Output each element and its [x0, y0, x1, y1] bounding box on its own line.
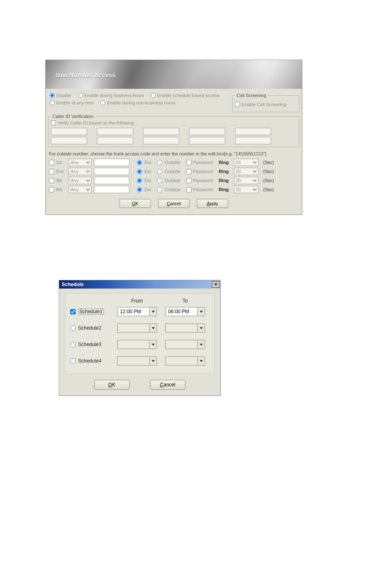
schedule-ok-button[interactable]: OK	[94, 380, 129, 390]
close-button[interactable]: ✕	[212, 281, 219, 288]
radio-ext[interactable]	[137, 187, 142, 192]
schedule-titlebar[interactable]: Schedule ✕	[59, 280, 220, 289]
caller-id-field[interactable]	[97, 137, 133, 144]
to-time-value[interactable]: 06:00 PM	[165, 307, 198, 316]
radio-outside[interactable]	[157, 169, 162, 174]
caller-id-field[interactable]	[97, 128, 133, 135]
radio-nonbusiness[interactable]	[100, 100, 105, 105]
caller-id-field[interactable]	[51, 137, 87, 144]
password-option[interactable]: Password	[186, 187, 213, 192]
to-time-dropdown[interactable]	[198, 356, 205, 365]
password-option[interactable]: Password	[186, 169, 213, 174]
password-option[interactable]: Password	[186, 160, 213, 165]
radio-schedule[interactable]	[151, 93, 156, 98]
schedule-enable[interactable]: Schedule1	[70, 308, 113, 315]
to-time-dropdown[interactable]	[198, 307, 205, 316]
from-time-dropdown[interactable]	[150, 340, 157, 349]
checkbox-forward-row[interactable]	[49, 160, 54, 165]
checkbox-schedule[interactable]	[70, 342, 76, 347]
radio-outside[interactable]	[157, 187, 162, 192]
schedule-enable[interactable]: Schedule4	[70, 358, 113, 364]
trunk-select[interactable]: Any	[69, 177, 92, 184]
from-time-dropdown[interactable]	[150, 324, 157, 333]
from-time-value[interactable]: 12:00 PM	[117, 307, 150, 316]
to-time-dropdown[interactable]	[198, 340, 205, 349]
number-input[interactable]	[94, 186, 129, 193]
radio-business[interactable]	[78, 93, 83, 98]
to-time[interactable]: 06:00 PM	[165, 307, 205, 316]
checkbox-schedule[interactable]	[70, 326, 76, 331]
caller-id-field[interactable]	[235, 137, 271, 144]
caller-id-field[interactable]	[235, 128, 271, 135]
schedule-enable[interactable]: Schedule2	[70, 325, 113, 331]
ring-select[interactable]: 20	[234, 159, 258, 166]
ok-button[interactable]: OK	[120, 199, 151, 208]
to-time[interactable]	[165, 356, 205, 365]
ring-select[interactable]: 20	[234, 168, 258, 175]
from-time-value[interactable]	[117, 356, 150, 365]
from-time[interactable]: 12:00 PM	[117, 307, 157, 316]
forward-row-enable[interactable]: 1st	[49, 160, 66, 165]
trunk-select[interactable]: Any	[69, 168, 92, 175]
number-input[interactable]	[94, 177, 129, 184]
schedule-title-text: Schedule	[62, 282, 83, 287]
option-business-hours[interactable]: Enable during business hours	[78, 93, 144, 98]
forward-row-enable[interactable]: 3th	[49, 178, 66, 183]
checkbox-forward-row[interactable]	[49, 178, 54, 183]
schedule-enable[interactable]: Schedule3	[70, 342, 113, 347]
caller-id-field[interactable]	[143, 137, 179, 144]
to-time-value[interactable]	[165, 340, 198, 349]
checkbox-schedule[interactable]	[70, 358, 76, 364]
checkbox-forward-row[interactable]	[49, 187, 54, 192]
checkbox-verify-caller-id[interactable]	[51, 120, 56, 125]
to-time-value[interactable]	[165, 324, 198, 333]
radio-disable[interactable]	[50, 93, 55, 98]
ring-select[interactable]: 20	[234, 186, 258, 193]
enable-call-screening[interactable]: Enable Call Screening	[235, 102, 297, 107]
checkbox-schedule[interactable]	[70, 309, 76, 314]
radio-outside[interactable]	[157, 178, 162, 183]
to-time-dropdown[interactable]	[198, 324, 205, 333]
radio-ext[interactable]	[137, 169, 142, 174]
from-time-value[interactable]	[117, 340, 150, 349]
password-option[interactable]: Password	[186, 178, 213, 183]
checkbox-password[interactable]	[186, 169, 191, 174]
checkbox-call-screening[interactable]	[235, 102, 240, 107]
from-time-value[interactable]	[117, 324, 150, 333]
number-input[interactable]	[94, 159, 129, 166]
apply-button[interactable]: Apply	[197, 199, 228, 208]
from-time-dropdown[interactable]	[150, 307, 157, 316]
to-time[interactable]	[165, 324, 205, 333]
to-time[interactable]	[165, 340, 205, 349]
verify-caller-id[interactable]: Verify Caller ID based on the following	[51, 120, 290, 125]
radio-ext[interactable]	[137, 178, 142, 183]
from-time[interactable]	[117, 356, 157, 365]
caller-id-field[interactable]	[143, 128, 179, 135]
checkbox-password[interactable]	[186, 187, 191, 192]
radio-ext[interactable]	[137, 160, 142, 165]
from-time[interactable]	[117, 324, 157, 333]
caller-id-field[interactable]	[51, 128, 87, 135]
checkbox-password[interactable]	[186, 160, 191, 165]
forward-row-enable[interactable]: 2nd	[49, 169, 66, 174]
number-input[interactable]	[94, 168, 129, 175]
schedule-cancel-button[interactable]: Cancel	[150, 380, 185, 390]
option-nonbusiness[interactable]: Enable during non-business hours	[100, 100, 175, 105]
checkbox-forward-row[interactable]	[49, 169, 54, 174]
to-time-value[interactable]	[165, 356, 198, 365]
option-anytime[interactable]: Enable at any time	[50, 100, 94, 105]
checkbox-password[interactable]	[186, 178, 191, 183]
ring-select[interactable]: 20	[234, 177, 258, 184]
from-time[interactable]	[117, 340, 157, 349]
option-disable[interactable]: Disable	[50, 93, 71, 98]
radio-outside[interactable]	[157, 160, 162, 165]
radio-anytime[interactable]	[50, 100, 55, 105]
option-schedule-based[interactable]: Enable schedule based access	[151, 93, 220, 98]
forward-row-enable[interactable]: 4th	[49, 187, 66, 192]
cancel-button[interactable]: Cancel	[158, 199, 189, 208]
trunk-select[interactable]: Any	[69, 159, 92, 166]
trunk-select[interactable]: Any	[69, 186, 92, 193]
caller-id-field[interactable]	[189, 137, 225, 144]
caller-id-field[interactable]	[189, 128, 225, 135]
from-time-dropdown[interactable]	[150, 356, 157, 365]
